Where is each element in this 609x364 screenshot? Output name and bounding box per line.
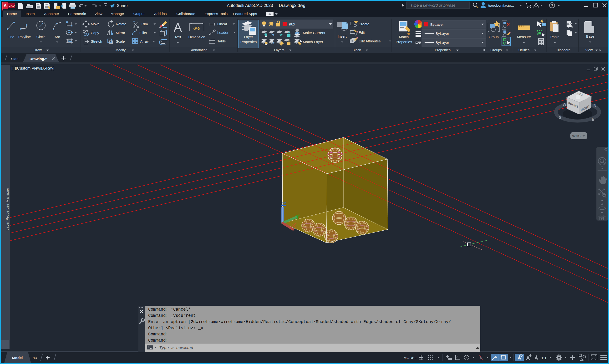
svg-text:Drawing2*: Drawing2*: [29, 57, 48, 61]
svg-text:N: N: [594, 104, 596, 108]
svg-text:Command: *Cancel*: Command: *Cancel*: [148, 307, 191, 312]
svg-text:Trim: Trim: [141, 22, 148, 26]
svg-text:Groups: Groups: [490, 48, 502, 52]
svg-text:S: S: [559, 115, 561, 120]
svg-text:Scale: Scale: [116, 39, 125, 43]
svg-text:Manage: Manage: [111, 12, 124, 16]
svg-text:View: View: [94, 12, 103, 16]
svg-text:Properties: Properties: [396, 40, 412, 44]
svg-text:Properties: Properties: [435, 48, 451, 52]
svg-text:Other] <Realistic>: _x: Other] <Realistic>: _x: [148, 326, 203, 330]
svg-text:Start: Start: [11, 57, 19, 61]
svg-text:Match Layer: Match Layer: [303, 40, 323, 44]
svg-text:tiagobonifacio...: tiagobonifacio...: [488, 3, 514, 7]
svg-text:Add-ins: Add-ins: [154, 12, 167, 16]
svg-text:Fillet: Fillet: [139, 31, 147, 35]
svg-text:E: E: [592, 117, 594, 122]
svg-text:Properties: Properties: [240, 40, 257, 44]
svg-text:Annotation: Annotation: [191, 48, 207, 52]
svg-text:Arc: Arc: [54, 35, 60, 39]
svg-text:Linear: Linear: [217, 22, 227, 26]
svg-text:A: A: [174, 21, 182, 34]
svg-text:Drawing2.dwg: Drawing2.dwg: [279, 3, 305, 8]
svg-text:Annotate: Annotate: [44, 12, 59, 16]
svg-text:Draw: Draw: [34, 48, 42, 52]
svg-text:Make Current: Make Current: [303, 31, 325, 35]
svg-text:Model: Model: [12, 356, 23, 360]
svg-text:Stretch: Stretch: [91, 39, 102, 43]
svg-text:Array: Array: [140, 39, 149, 43]
svg-text:CAD: CAD: [9, 4, 15, 7]
svg-text:Leader: Leader: [217, 30, 229, 35]
svg-text:Edit Attributes: Edit Attributes: [359, 39, 381, 43]
svg-text:Parametric: Parametric: [68, 12, 86, 16]
svg-text:Home: Home: [7, 12, 17, 16]
svg-text:Autodesk AutoCAD 2023: Autodesk AutoCAD 2023: [227, 3, 273, 8]
svg-text:Layers: Layers: [274, 48, 285, 52]
svg-text:Command: _vscurrent: Command: _vscurrent: [148, 313, 196, 318]
svg-text:Mirror: Mirror: [116, 31, 125, 35]
svg-text:a3: a3: [33, 356, 37, 360]
svg-text:ByLayer: ByLayer: [436, 31, 449, 36]
svg-text:Modify: Modify: [116, 48, 126, 52]
svg-text:A: A: [4, 3, 7, 8]
svg-text:Collaborate: Collaborate: [176, 12, 195, 16]
svg-text:ByLayer: ByLayer: [430, 22, 444, 26]
svg-text:View: View: [585, 48, 593, 52]
svg-text:Match: Match: [399, 35, 409, 39]
svg-text:Group: Group: [489, 35, 499, 39]
svg-text:Dimension: Dimension: [188, 35, 205, 39]
svg-text:Output: Output: [133, 12, 145, 16]
svg-text:WCS: WCS: [572, 134, 581, 138]
svg-text:Create: Create: [359, 22, 369, 26]
svg-text:Enter an option [2dwireframe/W: Enter an option [2dwireframe/Wireframe/H…: [148, 319, 451, 324]
svg-text:Clipboard: Clipboard: [556, 48, 570, 52]
svg-text:Copy: Copy: [91, 31, 99, 35]
svg-text:Type a command: Type a command: [159, 346, 194, 350]
svg-text:Featured Apps: Featured Apps: [233, 12, 257, 16]
svg-text:Rotate: Rotate: [116, 22, 126, 26]
svg-text:Move: Move: [91, 22, 100, 26]
svg-text:?: ?: [551, 3, 553, 7]
svg-text:Paste: Paste: [550, 35, 559, 39]
svg-text:Share: Share: [117, 3, 128, 8]
svg-text:1:1: 1:1: [541, 356, 546, 360]
svg-text:aux: aux: [289, 22, 295, 26]
svg-text:Polyline: Polyline: [18, 35, 31, 39]
svg-text:W: W: [563, 102, 567, 107]
svg-text:Measure: Measure: [517, 35, 531, 39]
svg-text:Utilities: Utilities: [518, 48, 530, 52]
svg-text:Type a keyword or phrase: Type a keyword or phrase: [410, 3, 455, 7]
svg-text:Line: Line: [8, 35, 14, 39]
svg-text:Text: Text: [174, 35, 181, 39]
svg-text:ByLayer: ByLayer: [436, 40, 449, 45]
svg-text:Circle: Circle: [37, 35, 46, 39]
svg-text:Block: Block: [352, 48, 361, 52]
svg-text:MODEL: MODEL: [403, 356, 417, 360]
svg-text:Base: Base: [586, 34, 594, 38]
svg-text:Command:: Command:: [148, 332, 168, 337]
svg-text:Layer Properties Manager: Layer Properties Manager: [5, 188, 9, 231]
svg-text:Table: Table: [217, 39, 226, 43]
svg-text:Command:: Command:: [148, 338, 168, 343]
svg-text:Layer: Layer: [244, 35, 253, 39]
svg-text:Express Tools: Express Tools: [205, 12, 228, 16]
svg-text:[−][Custom View][X-Ray]: [−][Custom View][X-Ray]: [12, 66, 54, 70]
svg-text:Edit: Edit: [359, 30, 365, 35]
svg-text:Insert: Insert: [26, 12, 35, 16]
svg-text:Insert: Insert: [338, 34, 347, 38]
